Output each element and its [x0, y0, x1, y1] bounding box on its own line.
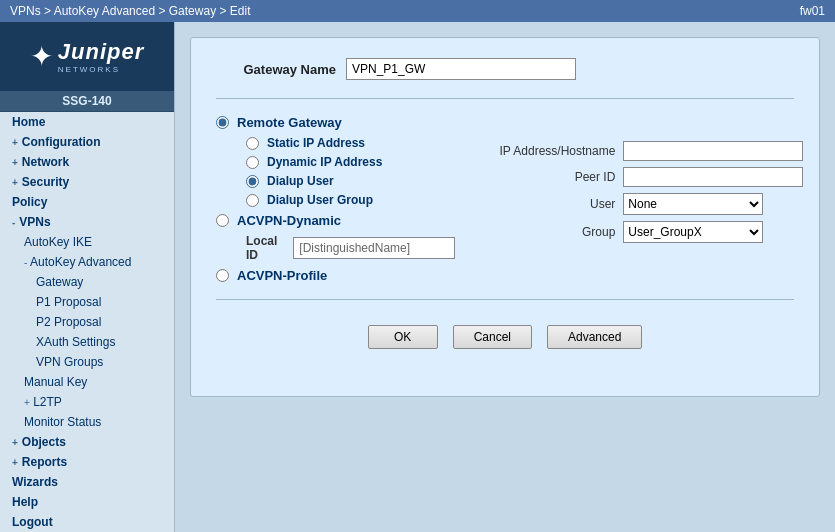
- static-ip-label: Static IP Address: [267, 136, 427, 150]
- advanced-button[interactable]: Advanced: [547, 325, 642, 349]
- home-label: Home: [12, 115, 45, 129]
- static-ip-row: Static IP Address: [246, 136, 455, 150]
- security-label: Security: [22, 175, 69, 189]
- sidebar: ✦ Juniper NETWORKS SSG-140 Home + Config…: [0, 22, 175, 532]
- cancel-button[interactable]: Cancel: [453, 325, 532, 349]
- gateway-name-label: Gateway Name: [216, 62, 336, 77]
- sidebar-item-vpn-groups[interactable]: VPN Groups: [0, 352, 174, 372]
- main-content: Gateway Name Remote Gateway Static IP Ad…: [175, 22, 835, 532]
- sidebar-item-autokey-advanced[interactable]: - AutoKey Advanced: [0, 252, 174, 272]
- sidebar-item-security[interactable]: + Security: [0, 172, 174, 192]
- local-id-label: Local ID: [246, 234, 285, 262]
- dialup-user-row: Dialup User: [246, 174, 455, 188]
- acvpn-profile-radio[interactable]: [216, 269, 229, 282]
- expand-icon: +: [12, 137, 18, 148]
- divider: [216, 98, 794, 99]
- brand-name: Juniper: [58, 39, 144, 65]
- expand-icon: +: [12, 457, 18, 468]
- sidebar-item-network[interactable]: + Network: [0, 152, 174, 172]
- sidebar-item-vpns[interactable]: - VPNs: [0, 212, 174, 232]
- remote-gateway-radio[interactable]: [216, 116, 229, 129]
- dialup-user-group-radio[interactable]: [246, 194, 259, 207]
- remote-gateway-section: Remote Gateway Static IP Address Dynamic…: [216, 109, 794, 289]
- sidebar-item-p1proposal[interactable]: P1 Proposal: [0, 292, 174, 312]
- gateway-name-row: Gateway Name: [216, 58, 794, 80]
- user-label: User: [495, 197, 615, 211]
- sidebar-item-p2proposal[interactable]: P2 Proposal: [0, 312, 174, 332]
- local-id-row: Local ID: [246, 234, 455, 262]
- dialup-user-group-label: Dialup User Group: [267, 193, 427, 207]
- sidebar-item-monitor-status[interactable]: Monitor Status: [0, 412, 174, 432]
- breadcrumb: VPNs > AutoKey Advanced > Gateway > Edit: [10, 4, 250, 18]
- policy-label: Policy: [12, 195, 47, 209]
- button-row: OK Cancel Advanced: [216, 325, 794, 349]
- group-label: Group: [495, 225, 615, 239]
- brand-sub: NETWORKS: [58, 65, 144, 74]
- dialup-user-group-row: Dialup User Group: [246, 193, 455, 207]
- hostname: fw01: [800, 4, 825, 18]
- acvpn-dynamic-row: ACVPN-Dynamic: [216, 213, 455, 228]
- static-ip-radio[interactable]: [246, 137, 259, 150]
- acvpn-profile-label: ACVPN-Profile: [237, 268, 327, 283]
- ip-hostname-input[interactable]: [623, 141, 803, 161]
- gateway-name-input[interactable]: [346, 58, 576, 80]
- acvpn-profile-row: ACVPN-Profile: [216, 268, 455, 283]
- expand-icon: +: [12, 177, 18, 188]
- vpns-label: VPNs: [19, 215, 50, 229]
- acvpn-dynamic-label: ACVPN-Dynamic: [237, 213, 341, 228]
- divider2: [216, 299, 794, 300]
- ip-hostname-label: IP Address/Hostname: [495, 144, 615, 158]
- dynamic-ip-row: Dynamic IP Address: [246, 155, 455, 169]
- remote-gateway-row: Remote Gateway: [216, 115, 455, 130]
- user-row: User None User1 User2: [495, 193, 803, 215]
- sidebar-item-l2tp[interactable]: + L2TP: [0, 392, 174, 412]
- sidebar-item-configuration[interactable]: + Configuration: [0, 132, 174, 152]
- remote-gateway-label: Remote Gateway: [237, 115, 342, 130]
- group-row: Group User_GroupX User_GroupY User_Group…: [495, 221, 803, 243]
- dynamic-ip-label: Dynamic IP Address: [267, 155, 427, 169]
- peer-id-input[interactable]: [623, 167, 803, 187]
- sidebar-item-gateway[interactable]: Gateway: [0, 272, 174, 292]
- ip-hostname-row: IP Address/Hostname: [495, 141, 803, 161]
- top-bar: VPNs > AutoKey Advanced > Gateway > Edit…: [0, 0, 835, 22]
- logo-area: ✦ Juniper NETWORKS: [0, 22, 174, 91]
- sidebar-item-autokey-ike[interactable]: AutoKey IKE: [0, 232, 174, 252]
- ok-button[interactable]: OK: [368, 325, 438, 349]
- peer-id-label: Peer ID: [495, 170, 615, 184]
- sidebar-item-home[interactable]: Home: [0, 112, 174, 132]
- dialup-user-radio[interactable]: [246, 175, 259, 188]
- sidebar-item-objects[interactable]: + Objects: [0, 432, 174, 452]
- dynamic-ip-radio[interactable]: [246, 156, 259, 169]
- form-panel: Gateway Name Remote Gateway Static IP Ad…: [190, 37, 820, 397]
- dialup-user-label: Dialup User: [267, 174, 427, 188]
- expand-icon: +: [24, 397, 30, 408]
- sidebar-item-policy[interactable]: Policy: [0, 192, 174, 212]
- acvpn-dynamic-radio[interactable]: [216, 214, 229, 227]
- expand-icon: +: [12, 437, 18, 448]
- sidebar-item-xauth-settings[interactable]: XAuth Settings: [0, 332, 174, 352]
- peer-id-row: Peer ID: [495, 167, 803, 187]
- left-col: Remote Gateway Static IP Address Dynamic…: [216, 109, 455, 289]
- sidebar-item-help[interactable]: Help: [0, 492, 174, 512]
- expand-icon: -: [12, 217, 15, 228]
- sidebar-item-wizards[interactable]: Wizards: [0, 472, 174, 492]
- sidebar-item-reports[interactable]: + Reports: [0, 452, 174, 472]
- expand-icon: +: [12, 157, 18, 168]
- juniper-icon: ✦: [30, 40, 53, 73]
- expand-icon: -: [24, 257, 27, 268]
- local-id-input[interactable]: [293, 237, 455, 259]
- sidebar-item-manual-key[interactable]: Manual Key: [0, 372, 174, 392]
- group-select[interactable]: User_GroupX User_GroupY User_GroupZ: [623, 221, 763, 243]
- network-label: Network: [22, 155, 69, 169]
- right-col: IP Address/Hostname Peer ID User None Us…: [495, 109, 803, 243]
- configuration-label: Configuration: [22, 135, 101, 149]
- device-label: SSG-140: [0, 91, 174, 112]
- user-select[interactable]: None User1 User2: [623, 193, 763, 215]
- sidebar-item-logout[interactable]: Logout: [0, 512, 174, 532]
